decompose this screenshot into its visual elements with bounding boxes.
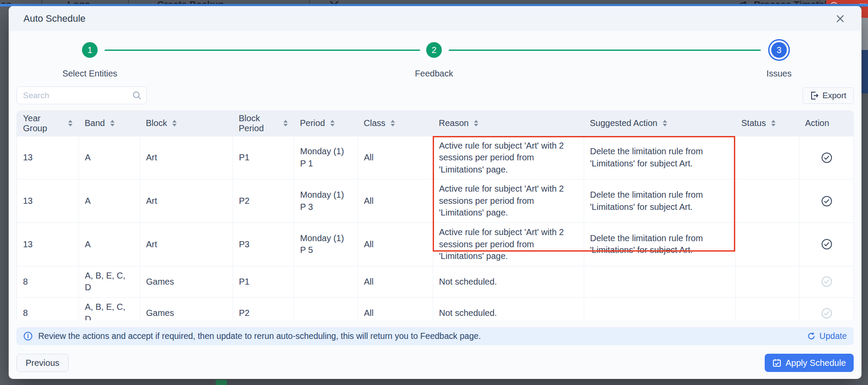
sort-icon bbox=[663, 120, 667, 126]
accept-action-button-disabled bbox=[819, 274, 834, 289]
sort-icon bbox=[474, 120, 478, 126]
column-header-reason[interactable]: Reason bbox=[433, 111, 584, 136]
issues-table: Year Group Band Block Block Period Perio… bbox=[16, 110, 854, 320]
background-toolbar: es Logs Create Backup Process Timetable … bbox=[0, 0, 868, 4]
step-label-feedback: Feedback bbox=[415, 69, 453, 79]
column-header-block-period[interactable]: Block Period bbox=[233, 111, 294, 136]
banner-text: Review the actions and accept if require… bbox=[38, 331, 481, 341]
sort-icon bbox=[172, 120, 177, 126]
sort-icon bbox=[391, 120, 395, 126]
step-feedback[interactable]: 2 bbox=[426, 42, 442, 58]
background-fragment bbox=[861, 50, 868, 93]
accept-action-button[interactable] bbox=[819, 194, 834, 209]
toolbar-divider bbox=[41, 0, 42, 4]
list-controls: Export bbox=[9, 86, 861, 104]
export-button[interactable]: Export bbox=[802, 87, 854, 104]
table-row: 8 A, B, E, C, D Games P1 All Not schedul… bbox=[17, 266, 854, 297]
check-circle-icon bbox=[821, 196, 832, 207]
step-select-entities[interactable]: 1 bbox=[82, 42, 98, 58]
close-button[interactable] bbox=[834, 12, 847, 25]
update-button[interactable]: Update bbox=[807, 331, 847, 341]
sort-icon bbox=[68, 120, 72, 126]
background-fragment bbox=[861, 7, 868, 18]
previous-button[interactable]: Previous bbox=[16, 354, 69, 372]
conflicts-button: Conflicts bbox=[826, 0, 868, 4]
check-circle-icon bbox=[821, 308, 832, 319]
accept-action-button[interactable] bbox=[819, 237, 834, 252]
process-timetable-button: Process Timetable bbox=[754, 0, 838, 4]
accept-action-button[interactable] bbox=[819, 150, 834, 165]
step-label-select-entities: Select Entities bbox=[62, 69, 118, 79]
apply-schedule-button[interactable]: Apply Schedule bbox=[765, 354, 854, 372]
stepper-connector bbox=[105, 50, 420, 51]
column-header-period[interactable]: Period bbox=[294, 111, 358, 136]
info-icon bbox=[23, 332, 33, 341]
dialog-footer: Previous Apply Schedule bbox=[16, 354, 854, 372]
column-header-action: Action bbox=[799, 111, 854, 136]
check-circle-icon bbox=[821, 152, 832, 163]
table-row: 8 A, B, E, C, D Games P2 All Not schedul… bbox=[17, 298, 854, 320]
step-issues[interactable]: 3 bbox=[768, 39, 790, 61]
search-icon bbox=[132, 91, 141, 100]
table-row: 13 A Art P1 Monday (1) P 1 All Active ru… bbox=[17, 136, 854, 179]
table-header-row: Year Group Band Block Block Period Perio… bbox=[17, 111, 854, 136]
column-header-block[interactable]: Block bbox=[140, 111, 233, 136]
sort-icon bbox=[330, 120, 335, 126]
check-circle-icon bbox=[821, 239, 832, 250]
toolbar-divider bbox=[309, 0, 310, 4]
background-fragment bbox=[216, 380, 227, 385]
page-title: Auto Schedule bbox=[23, 13, 85, 24]
sort-icon bbox=[283, 120, 288, 126]
wizard-stepper: 1 2 3 Select Entities Feedback Issues bbox=[9, 31, 861, 86]
background-partial-label: es bbox=[1, 0, 11, 4]
search-input[interactable] bbox=[16, 86, 147, 104]
background-fragment bbox=[861, 18, 868, 50]
sort-icon bbox=[110, 120, 115, 126]
accept-action-button-disabled bbox=[819, 306, 834, 320]
column-header-year-group[interactable]: Year Group bbox=[17, 111, 79, 136]
chevron-down-icon bbox=[329, 0, 339, 4]
column-header-band[interactable]: Band bbox=[79, 111, 140, 136]
auto-schedule-dialog: Auto Schedule 1 2 3 Select Entities Feed… bbox=[9, 6, 861, 379]
column-header-suggested-action[interactable]: Suggested Action bbox=[584, 111, 735, 136]
export-icon bbox=[810, 91, 819, 100]
column-header-status[interactable]: Status bbox=[735, 111, 799, 136]
create-backup-button: Create Backup bbox=[157, 0, 224, 4]
table-row: 13 A Art P2 Monday (1) P 3 All Active ru… bbox=[17, 179, 854, 223]
check-circle-icon bbox=[821, 276, 832, 287]
column-header-class[interactable]: Class bbox=[358, 111, 433, 136]
info-banner: Review the actions and accept if require… bbox=[16, 327, 854, 345]
process-timetable-icon bbox=[738, 0, 747, 4]
close-icon bbox=[835, 14, 845, 23]
sort-icon bbox=[771, 120, 776, 126]
dialog-header: Auto Schedule bbox=[9, 6, 861, 31]
refresh-icon bbox=[807, 332, 815, 340]
table-row: 13 A Art P3 Monday (1) P 5 All Active ru… bbox=[17, 223, 854, 266]
stepper-connector bbox=[449, 50, 761, 51]
toolbar-divider bbox=[819, 0, 820, 4]
search-box bbox=[16, 86, 147, 104]
calendar-check-icon bbox=[773, 358, 781, 367]
step-label-issues: Issues bbox=[766, 69, 792, 79]
logs-button: Logs bbox=[67, 0, 90, 4]
toolbar-divider bbox=[128, 0, 129, 4]
